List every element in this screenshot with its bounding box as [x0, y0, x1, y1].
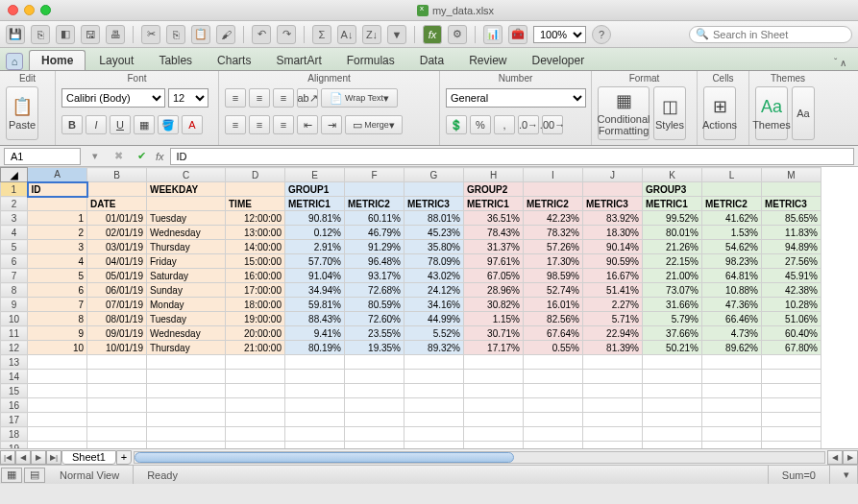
- cell[interactable]: 4: [28, 254, 87, 269]
- cell[interactable]: 2.91%: [285, 240, 345, 254]
- cell[interactable]: 06/01/19: [87, 283, 147, 298]
- cell[interactable]: 21:00:00: [226, 341, 285, 355]
- minimize-window[interactable]: [24, 5, 35, 15]
- cell[interactable]: 17.30%: [524, 254, 583, 269]
- cell[interactable]: 9: [28, 326, 87, 341]
- cell[interactable]: 2: [28, 226, 87, 240]
- cell[interactable]: [583, 413, 643, 427]
- cell[interactable]: 51.41%: [583, 283, 643, 298]
- cell[interactable]: 31.66%: [643, 298, 702, 312]
- cell[interactable]: [643, 398, 702, 413]
- cell[interactable]: 60.40%: [762, 326, 821, 341]
- cell[interactable]: 45.91%: [762, 269, 821, 283]
- cell[interactable]: [147, 197, 226, 211]
- cell[interactable]: [762, 384, 821, 398]
- row-header[interactable]: 4: [1, 226, 28, 240]
- cell[interactable]: [524, 413, 583, 427]
- cell[interactable]: [643, 427, 702, 442]
- cell[interactable]: [464, 413, 524, 427]
- cell[interactable]: 3: [28, 240, 87, 254]
- cell[interactable]: [762, 413, 821, 427]
- cell[interactable]: [583, 355, 643, 370]
- sheet-nav-first[interactable]: |◀: [0, 450, 15, 465]
- cell[interactable]: 98.59%: [524, 269, 583, 283]
- cell[interactable]: [404, 355, 464, 370]
- cell[interactable]: 85.65%: [762, 211, 821, 226]
- cell[interactable]: 17.17%: [464, 341, 524, 355]
- cell[interactable]: 30.82%: [464, 298, 524, 312]
- cell[interactable]: 78.09%: [404, 254, 464, 269]
- cell[interactable]: [226, 355, 285, 370]
- cell[interactable]: 19:00:00: [226, 312, 285, 326]
- ribbon-collapse-icon[interactable]: ˇ ∧: [828, 56, 852, 70]
- row-header[interactable]: 6: [1, 254, 28, 269]
- cell[interactable]: 66.46%: [702, 312, 762, 326]
- cell[interactable]: [524, 427, 583, 442]
- hscroll-left[interactable]: ◀: [827, 450, 843, 465]
- cell[interactable]: 19.35%: [345, 341, 404, 355]
- cell[interactable]: 10.28%: [762, 298, 821, 312]
- cell[interactable]: 57.26%: [524, 240, 583, 254]
- cell[interactable]: [285, 398, 345, 413]
- cell[interactable]: 51.06%: [762, 312, 821, 326]
- col-header[interactable]: I: [524, 168, 583, 182]
- cell[interactable]: GROUP1: [285, 182, 345, 197]
- cell[interactable]: [147, 398, 226, 413]
- cell[interactable]: 2.27%: [583, 298, 643, 312]
- cell[interactable]: Thursday: [147, 240, 226, 254]
- cell[interactable]: 59.81%: [285, 298, 345, 312]
- cell[interactable]: 16:00:00: [226, 269, 285, 283]
- indent-inc-button[interactable]: ⇥: [321, 115, 342, 134]
- cell[interactable]: [87, 355, 147, 370]
- cell[interactable]: Tuesday: [147, 312, 226, 326]
- cell[interactable]: Friday: [147, 254, 226, 269]
- save-icon[interactable]: 💾: [6, 25, 25, 44]
- cell[interactable]: [702, 398, 762, 413]
- hscroll-right[interactable]: ▶: [843, 450, 858, 465]
- cell[interactable]: [28, 384, 87, 398]
- accept-formula-icon[interactable]: ✔: [133, 148, 150, 165]
- align-top-button[interactable]: ≡: [225, 88, 246, 108]
- cell[interactable]: [464, 355, 524, 370]
- merge-button[interactable]: ▭ Merge ▾: [345, 115, 403, 134]
- actions-button[interactable]: ⊞Actions: [703, 86, 736, 140]
- cell[interactable]: 80.59%: [345, 298, 404, 312]
- cell[interactable]: [345, 427, 404, 442]
- cell[interactable]: 81.39%: [583, 341, 643, 355]
- cell[interactable]: [464, 370, 524, 384]
- cell[interactable]: [702, 427, 762, 442]
- cell[interactable]: [643, 370, 702, 384]
- cell[interactable]: 11.83%: [762, 226, 821, 240]
- cell[interactable]: Tuesday: [147, 211, 226, 226]
- cell[interactable]: Saturday: [147, 269, 226, 283]
- sort-desc-icon[interactable]: Z↓: [362, 25, 381, 44]
- cell[interactable]: 5: [28, 269, 87, 283]
- cell[interactable]: 97.61%: [464, 254, 524, 269]
- cell[interactable]: [404, 398, 464, 413]
- row-header[interactable]: 2: [1, 197, 28, 211]
- col-header[interactable]: H: [464, 168, 524, 182]
- indent-dec-button[interactable]: ⇤: [297, 115, 318, 134]
- cell[interactable]: [702, 370, 762, 384]
- align-left-button[interactable]: ≡: [225, 115, 246, 134]
- cell[interactable]: 67.64%: [524, 326, 583, 341]
- font-color-button[interactable]: A: [182, 115, 203, 134]
- currency-button[interactable]: 💲: [446, 115, 467, 134]
- cell[interactable]: [524, 370, 583, 384]
- cell[interactable]: [147, 413, 226, 427]
- row-header[interactable]: 11: [1, 326, 28, 341]
- col-header[interactable]: F: [345, 168, 404, 182]
- align-right-button[interactable]: ≡: [273, 115, 294, 134]
- cell[interactable]: [702, 413, 762, 427]
- cell[interactable]: [404, 370, 464, 384]
- cell[interactable]: 16.67%: [583, 269, 643, 283]
- col-header[interactable]: B: [87, 168, 147, 182]
- cell[interactable]: METRIC2: [702, 197, 762, 211]
- cell[interactable]: [762, 355, 821, 370]
- ribbon-home-icon[interactable]: ⌂: [6, 53, 23, 70]
- cell[interactable]: 17:00:00: [226, 283, 285, 298]
- cell[interactable]: [524, 182, 583, 197]
- border-button[interactable]: ▦: [134, 115, 155, 134]
- ribbon-tab-layout[interactable]: Layout: [87, 51, 145, 70]
- cell[interactable]: [583, 370, 643, 384]
